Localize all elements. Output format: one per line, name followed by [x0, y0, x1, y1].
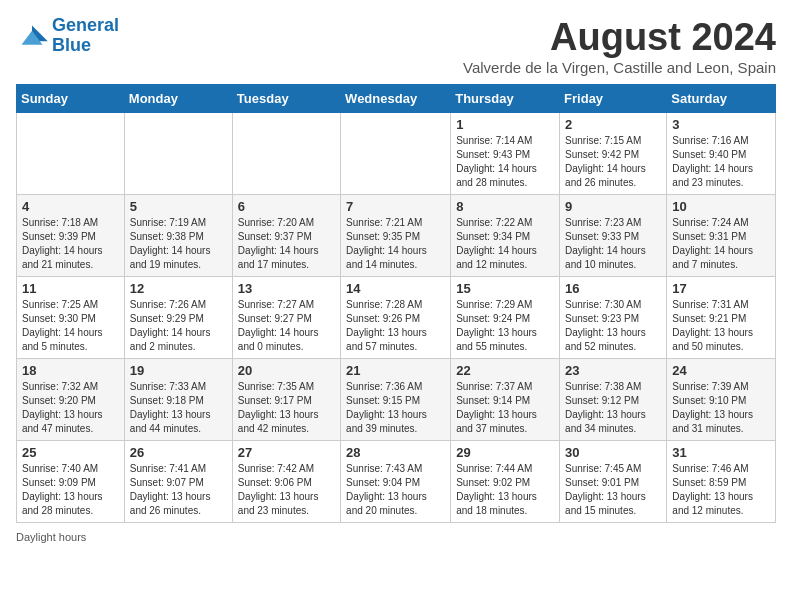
- day-info: Sunrise: 7:30 AM Sunset: 9:23 PM Dayligh…: [565, 298, 661, 354]
- calendar-cell: 18Sunrise: 7:32 AM Sunset: 9:20 PM Dayli…: [17, 359, 125, 441]
- day-info: Sunrise: 7:16 AM Sunset: 9:40 PM Dayligh…: [672, 134, 770, 190]
- calendar-cell: 16Sunrise: 7:30 AM Sunset: 9:23 PM Dayli…: [560, 277, 667, 359]
- day-info: Sunrise: 7:19 AM Sunset: 9:38 PM Dayligh…: [130, 216, 227, 272]
- day-number: 25: [22, 445, 119, 460]
- day-number: 27: [238, 445, 335, 460]
- day-header-monday: Monday: [124, 85, 232, 113]
- calendar-header-row: SundayMondayTuesdayWednesdayThursdayFrid…: [17, 85, 776, 113]
- day-header-friday: Friday: [560, 85, 667, 113]
- day-info: Sunrise: 7:26 AM Sunset: 9:29 PM Dayligh…: [130, 298, 227, 354]
- calendar-cell: 9Sunrise: 7:23 AM Sunset: 9:33 PM Daylig…: [560, 195, 667, 277]
- calendar-cell: 13Sunrise: 7:27 AM Sunset: 9:27 PM Dayli…: [232, 277, 340, 359]
- day-number: 5: [130, 199, 227, 214]
- day-number: 31: [672, 445, 770, 460]
- day-info: Sunrise: 7:23 AM Sunset: 9:33 PM Dayligh…: [565, 216, 661, 272]
- day-number: 24: [672, 363, 770, 378]
- day-number: 20: [238, 363, 335, 378]
- day-info: Sunrise: 7:44 AM Sunset: 9:02 PM Dayligh…: [456, 462, 554, 518]
- calendar-week-1: 1Sunrise: 7:14 AM Sunset: 9:43 PM Daylig…: [17, 113, 776, 195]
- day-number: 14: [346, 281, 445, 296]
- day-number: 30: [565, 445, 661, 460]
- day-number: 21: [346, 363, 445, 378]
- logo: General Blue: [16, 16, 119, 56]
- title-area: August 2024 Valverde de la Virgen, Casti…: [463, 16, 776, 76]
- calendar-cell: 2Sunrise: 7:15 AM Sunset: 9:42 PM Daylig…: [560, 113, 667, 195]
- page-header: General Blue August 2024 Valverde de la …: [16, 16, 776, 76]
- calendar-cell: [341, 113, 451, 195]
- day-number: 3: [672, 117, 770, 132]
- calendar-week-2: 4Sunrise: 7:18 AM Sunset: 9:39 PM Daylig…: [17, 195, 776, 277]
- day-info: Sunrise: 7:42 AM Sunset: 9:06 PM Dayligh…: [238, 462, 335, 518]
- day-header-tuesday: Tuesday: [232, 85, 340, 113]
- calendar-cell: 28Sunrise: 7:43 AM Sunset: 9:04 PM Dayli…: [341, 441, 451, 523]
- calendar-cell: 21Sunrise: 7:36 AM Sunset: 9:15 PM Dayli…: [341, 359, 451, 441]
- calendar-cell: 12Sunrise: 7:26 AM Sunset: 9:29 PM Dayli…: [124, 277, 232, 359]
- day-header-sunday: Sunday: [17, 85, 125, 113]
- day-number: 22: [456, 363, 554, 378]
- calendar-cell: 1Sunrise: 7:14 AM Sunset: 9:43 PM Daylig…: [451, 113, 560, 195]
- day-info: Sunrise: 7:38 AM Sunset: 9:12 PM Dayligh…: [565, 380, 661, 436]
- calendar-week-4: 18Sunrise: 7:32 AM Sunset: 9:20 PM Dayli…: [17, 359, 776, 441]
- day-info: Sunrise: 7:43 AM Sunset: 9:04 PM Dayligh…: [346, 462, 445, 518]
- day-info: Sunrise: 7:24 AM Sunset: 9:31 PM Dayligh…: [672, 216, 770, 272]
- calendar-table: SundayMondayTuesdayWednesdayThursdayFrid…: [16, 84, 776, 523]
- day-info: Sunrise: 7:35 AM Sunset: 9:17 PM Dayligh…: [238, 380, 335, 436]
- day-number: 26: [130, 445, 227, 460]
- calendar-cell: 27Sunrise: 7:42 AM Sunset: 9:06 PM Dayli…: [232, 441, 340, 523]
- calendar-cell: 30Sunrise: 7:45 AM Sunset: 9:01 PM Dayli…: [560, 441, 667, 523]
- logo-icon: [16, 22, 48, 50]
- day-info: Sunrise: 7:27 AM Sunset: 9:27 PM Dayligh…: [238, 298, 335, 354]
- day-info: Sunrise: 7:20 AM Sunset: 9:37 PM Dayligh…: [238, 216, 335, 272]
- day-header-saturday: Saturday: [667, 85, 776, 113]
- day-number: 8: [456, 199, 554, 214]
- day-info: Sunrise: 7:41 AM Sunset: 9:07 PM Dayligh…: [130, 462, 227, 518]
- day-info: Sunrise: 7:18 AM Sunset: 9:39 PM Dayligh…: [22, 216, 119, 272]
- day-info: Sunrise: 7:46 AM Sunset: 8:59 PM Dayligh…: [672, 462, 770, 518]
- day-number: 29: [456, 445, 554, 460]
- day-number: 7: [346, 199, 445, 214]
- calendar-cell: 22Sunrise: 7:37 AM Sunset: 9:14 PM Dayli…: [451, 359, 560, 441]
- day-number: 10: [672, 199, 770, 214]
- day-info: Sunrise: 7:25 AM Sunset: 9:30 PM Dayligh…: [22, 298, 119, 354]
- calendar-cell: [232, 113, 340, 195]
- day-info: Sunrise: 7:14 AM Sunset: 9:43 PM Dayligh…: [456, 134, 554, 190]
- day-number: 18: [22, 363, 119, 378]
- day-info: Sunrise: 7:45 AM Sunset: 9:01 PM Dayligh…: [565, 462, 661, 518]
- calendar-cell: 31Sunrise: 7:46 AM Sunset: 8:59 PM Dayli…: [667, 441, 776, 523]
- day-number: 11: [22, 281, 119, 296]
- day-number: 13: [238, 281, 335, 296]
- calendar-cell: 7Sunrise: 7:21 AM Sunset: 9:35 PM Daylig…: [341, 195, 451, 277]
- location-subtitle: Valverde de la Virgen, Castille and Leon…: [463, 59, 776, 76]
- day-number: 16: [565, 281, 661, 296]
- calendar-cell: 23Sunrise: 7:38 AM Sunset: 9:12 PM Dayli…: [560, 359, 667, 441]
- day-number: 6: [238, 199, 335, 214]
- calendar-cell: 5Sunrise: 7:19 AM Sunset: 9:38 PM Daylig…: [124, 195, 232, 277]
- day-info: Sunrise: 7:22 AM Sunset: 9:34 PM Dayligh…: [456, 216, 554, 272]
- calendar-cell: [17, 113, 125, 195]
- calendar-cell: 15Sunrise: 7:29 AM Sunset: 9:24 PM Dayli…: [451, 277, 560, 359]
- day-info: Sunrise: 7:40 AM Sunset: 9:09 PM Dayligh…: [22, 462, 119, 518]
- day-info: Sunrise: 7:21 AM Sunset: 9:35 PM Dayligh…: [346, 216, 445, 272]
- day-info: Sunrise: 7:31 AM Sunset: 9:21 PM Dayligh…: [672, 298, 770, 354]
- day-number: 2: [565, 117, 661, 132]
- footer: Daylight hours: [16, 531, 776, 543]
- calendar-cell: 10Sunrise: 7:24 AM Sunset: 9:31 PM Dayli…: [667, 195, 776, 277]
- calendar-cell: 11Sunrise: 7:25 AM Sunset: 9:30 PM Dayli…: [17, 277, 125, 359]
- day-number: 1: [456, 117, 554, 132]
- calendar-cell: 4Sunrise: 7:18 AM Sunset: 9:39 PM Daylig…: [17, 195, 125, 277]
- day-header-thursday: Thursday: [451, 85, 560, 113]
- day-info: Sunrise: 7:33 AM Sunset: 9:18 PM Dayligh…: [130, 380, 227, 436]
- calendar-cell: 29Sunrise: 7:44 AM Sunset: 9:02 PM Dayli…: [451, 441, 560, 523]
- day-info: Sunrise: 7:32 AM Sunset: 9:20 PM Dayligh…: [22, 380, 119, 436]
- day-number: 19: [130, 363, 227, 378]
- daylight-label: Daylight hours: [16, 531, 86, 543]
- day-header-wednesday: Wednesday: [341, 85, 451, 113]
- day-info: Sunrise: 7:37 AM Sunset: 9:14 PM Dayligh…: [456, 380, 554, 436]
- logo-text: General Blue: [52, 16, 119, 56]
- calendar-cell: 20Sunrise: 7:35 AM Sunset: 9:17 PM Dayli…: [232, 359, 340, 441]
- day-info: Sunrise: 7:29 AM Sunset: 9:24 PM Dayligh…: [456, 298, 554, 354]
- calendar-cell: 8Sunrise: 7:22 AM Sunset: 9:34 PM Daylig…: [451, 195, 560, 277]
- day-number: 12: [130, 281, 227, 296]
- day-number: 28: [346, 445, 445, 460]
- calendar-cell: 19Sunrise: 7:33 AM Sunset: 9:18 PM Dayli…: [124, 359, 232, 441]
